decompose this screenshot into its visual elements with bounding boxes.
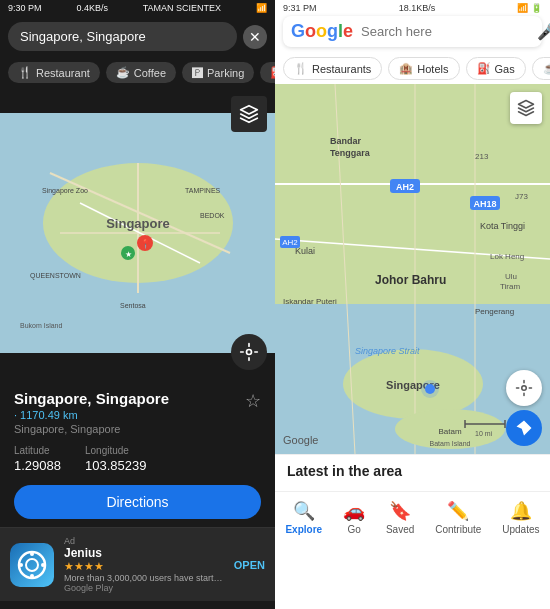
bottom-navigation: 🔍 Explore 🚗 Go 🔖 Saved ✏️ Contribute 🔔 U…: [275, 491, 550, 545]
svg-point-17: [247, 350, 252, 355]
svg-text:Kota Tinggi: Kota Tinggi: [480, 221, 525, 231]
nav-saved[interactable]: 🔖 Saved: [380, 498, 420, 537]
latitude-value: 1.29088: [14, 458, 61, 473]
restaurants-icon: 🍴: [294, 62, 308, 75]
svg-point-23: [41, 563, 45, 567]
right-time: 9:31 PM: [283, 3, 317, 13]
svg-text:Singapore Zoo: Singapore Zoo: [42, 187, 88, 195]
svg-rect-25: [275, 84, 550, 304]
svg-text:Sentosa: Sentosa: [120, 302, 146, 309]
nav-explore[interactable]: 🔍 Explore: [279, 498, 328, 537]
chip-coffee[interactable]: ☕ Coffee: [106, 62, 176, 83]
chip-restaurants[interactable]: 🍴 Restaurants: [283, 57, 382, 80]
right-map[interactable]: AH2 AH18 Bandar Tenggara 213 J73 Kota Ti…: [275, 84, 550, 454]
svg-point-21: [30, 574, 34, 578]
left-close-button[interactable]: ✕: [243, 25, 267, 49]
nav-go[interactable]: 🚗 Go: [337, 498, 371, 537]
left-map[interactable]: Singapore 📍 ★ Singapore Zoo Sentosa BEDO…: [0, 88, 275, 378]
place-name: Singapore, Singapore: [14, 390, 169, 407]
go-icon: 🚗: [343, 500, 365, 522]
right-signal-icons: 📶 🔋: [517, 3, 542, 13]
explore-label: Explore: [285, 524, 322, 535]
svg-text:Bukom Island: Bukom Island: [20, 322, 63, 329]
place-distance: · 1170.49 km: [14, 409, 169, 421]
chip-parking[interactable]: 🅿 Parking: [182, 62, 254, 83]
explore-icon: 🔍: [293, 500, 315, 522]
save-place-button[interactable]: ☆: [245, 390, 261, 412]
right-search-input[interactable]: [361, 24, 529, 39]
svg-text:Iskandar Puteri: Iskandar Puteri: [283, 297, 337, 306]
svg-text:Lok Heng: Lok Heng: [490, 252, 524, 261]
svg-text:Singapore Strait: Singapore Strait: [355, 346, 420, 356]
svg-text:Batam: Batam: [438, 427, 461, 436]
info-header: Singapore, Singapore · 1170.49 km Singap…: [14, 390, 261, 435]
svg-text:Bandar: Bandar: [330, 136, 362, 146]
parking-icon: 🅿: [192, 67, 203, 79]
chip-gas-right[interactable]: ⛽ Gas: [466, 57, 526, 80]
left-info-panel: Singapore, Singapore · 1170.49 km Singap…: [0, 378, 275, 527]
updates-label: Updates: [502, 524, 539, 535]
svg-text:AH2: AH2: [396, 182, 414, 192]
chip-gas-right-label: Gas: [495, 63, 515, 75]
svg-text:📍: 📍: [140, 238, 152, 250]
latest-title: Latest in the area: [287, 463, 538, 479]
ad-content: Ad Jenius ★★★★ More than 3,000,000 users…: [64, 536, 224, 593]
svg-text:Singapore: Singapore: [106, 216, 170, 231]
left-search-input[interactable]: [8, 22, 237, 51]
left-layers-button[interactable]: [231, 96, 267, 132]
ad-open-button[interactable]: OPEN: [234, 559, 265, 571]
longitude-value: 103.85239: [85, 458, 146, 473]
svg-text:Batam Island: Batam Island: [430, 440, 471, 447]
right-status-bar: 9:31 PM 18.1KB/s 📶 🔋: [275, 0, 550, 16]
left-panel: 9:30 PM 0.4KB/s TAMAN SCIENTEX 📶 ✕ 🍴 Res…: [0, 0, 275, 609]
right-search-bar: Google 🎤: [283, 16, 542, 47]
svg-text:AH18: AH18: [473, 199, 496, 209]
svg-point-22: [19, 563, 23, 567]
longitude-block: Longitude 103.85239: [85, 445, 146, 473]
left-filter-chips: 🍴 Restaurant ☕ Coffee 🅿 Parking ⛽ Gas: [0, 57, 275, 88]
right-info: 18.1KB/s: [399, 3, 436, 13]
left-signal-icons: 📶: [256, 3, 267, 13]
updates-icon: 🔔: [510, 500, 532, 522]
svg-point-20: [30, 552, 34, 556]
nav-contribute[interactable]: ✏️ Contribute: [429, 498, 487, 537]
latitude-label: Latitude: [14, 445, 61, 456]
directions-button[interactable]: Directions: [14, 485, 261, 519]
chip-coff[interactable]: ☕ Coff: [532, 57, 550, 80]
place-info: Singapore, Singapore · 1170.49 km Singap…: [14, 390, 169, 435]
svg-text:Tiram: Tiram: [500, 282, 520, 291]
svg-text:10 mi: 10 mi: [475, 430, 493, 437]
google-logo: Google: [291, 21, 353, 42]
ad-logo: [10, 543, 54, 587]
svg-text:Ulu: Ulu: [505, 272, 517, 281]
right-layers-button[interactable]: [510, 92, 542, 124]
left-search-bar: ✕: [0, 16, 275, 57]
svg-text:Tenggara: Tenggara: [330, 148, 371, 158]
chip-restaurant[interactable]: 🍴 Restaurant: [8, 62, 100, 83]
right-panel: 9:31 PM 18.1KB/s 📶 🔋 Google 🎤 🍴 Restaura…: [275, 0, 550, 609]
chip-restaurant-label: Restaurant: [36, 67, 90, 79]
right-location-button[interactable]: [506, 370, 542, 406]
ad-stars: ★★★★: [64, 560, 224, 573]
svg-text:Johor Bahru: Johor Bahru: [375, 273, 446, 287]
chip-restaurants-label: Restaurants: [312, 63, 371, 75]
google-watermark: Google: [283, 434, 318, 446]
svg-text:★: ★: [125, 250, 132, 259]
nav-updates[interactable]: 🔔 Updates: [496, 498, 545, 537]
gas-right-icon: ⛽: [477, 62, 491, 75]
chip-coffee-label: Coffee: [134, 67, 166, 79]
right-navigate-button[interactable]: [506, 410, 542, 446]
chip-gas[interactable]: ⛽ Gas: [260, 62, 275, 83]
svg-text:QUEENSTOWN: QUEENSTOWN: [30, 272, 81, 280]
chip-hotels[interactable]: 🏨 Hotels: [388, 57, 459, 80]
mic-button[interactable]: 🎤: [537, 22, 550, 41]
contribute-label: Contribute: [435, 524, 481, 535]
left-time: 9:30 PM: [8, 3, 42, 13]
left-location-button[interactable]: [231, 334, 267, 370]
ad-label-text: Ad: [64, 536, 224, 546]
left-location-label: TAMAN SCIENTEX: [143, 3, 221, 13]
svg-text:AH2: AH2: [282, 238, 298, 247]
go-label: Go: [347, 524, 360, 535]
chip-parking-label: Parking: [207, 67, 244, 79]
ad-description: More than 3,000,000 users have started t…: [64, 573, 224, 583]
